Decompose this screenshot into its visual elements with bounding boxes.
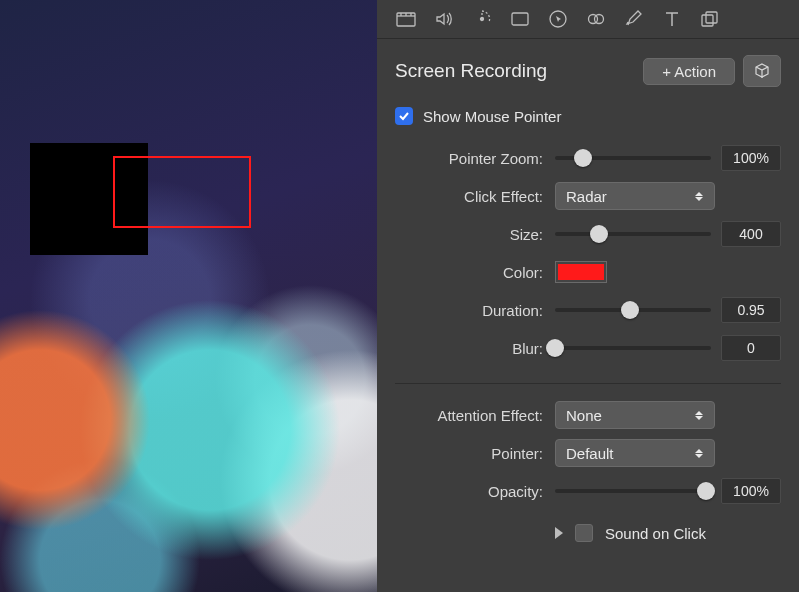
radar-icon[interactable] (471, 8, 493, 30)
link-icon[interactable] (585, 8, 607, 30)
selection-rectangle[interactable] (113, 156, 251, 228)
text-icon[interactable] (661, 8, 683, 30)
panel-title: Screen Recording (395, 60, 643, 82)
attention-effect-value: None (566, 407, 602, 424)
chevron-updown-icon (692, 192, 706, 201)
inspector-panel: Screen Recording + Action Show Mouse Poi… (377, 0, 799, 592)
color-swatch-fill (558, 264, 604, 280)
color-swatch[interactable] (555, 261, 607, 283)
size-slider[interactable] (555, 223, 711, 245)
duration-value[interactable]: 0.95 (721, 297, 781, 323)
show-mouse-pointer-checkbox[interactable] (395, 107, 413, 125)
blur-slider[interactable] (555, 337, 711, 359)
svg-point-5 (481, 18, 484, 21)
opacity-slider[interactable] (555, 480, 711, 502)
attention-effect-select[interactable]: None (555, 401, 715, 429)
cursor-icon[interactable] (547, 8, 569, 30)
svg-rect-6 (512, 13, 528, 25)
duration-label: Duration: (395, 302, 545, 319)
click-effect-value: Radar (566, 188, 607, 205)
video-icon[interactable] (395, 8, 417, 30)
duration-slider[interactable] (555, 299, 711, 321)
preview-canvas[interactable] (0, 0, 377, 592)
sound-on-click-label: Sound on Click (605, 525, 706, 542)
svg-rect-13 (706, 12, 717, 23)
disclosure-triangle-icon[interactable] (555, 527, 563, 539)
pointer-zoom-value[interactable]: 100% (721, 145, 781, 171)
pointer-zoom-slider[interactable] (555, 147, 711, 169)
pointer-label: Pointer: (395, 445, 545, 462)
opacity-label: Opacity: (395, 483, 545, 500)
blur-value[interactable]: 0 (721, 335, 781, 361)
audio-icon[interactable] (433, 8, 455, 30)
sound-on-click-checkbox[interactable] (575, 524, 593, 542)
copies-icon[interactable] (699, 8, 721, 30)
attention-effect-label: Attention Effect: (395, 407, 545, 424)
pencil-icon[interactable] (623, 8, 645, 30)
add-action-button[interactable]: + Action (643, 58, 735, 85)
divider (395, 383, 781, 384)
inspector-toolbar (377, 0, 799, 39)
svg-rect-12 (702, 15, 713, 26)
color-label: Color: (395, 264, 545, 281)
click-effect-label: Click Effect: (395, 188, 545, 205)
chevron-updown-icon (692, 449, 706, 458)
blur-label: Blur: (395, 340, 545, 357)
opacity-value[interactable]: 100% (721, 478, 781, 504)
cube-button[interactable] (743, 55, 781, 87)
size-label: Size: (395, 226, 545, 243)
pointer-value: Default (566, 445, 614, 462)
size-value[interactable]: 400 (721, 221, 781, 247)
pointer-select[interactable]: Default (555, 439, 715, 467)
click-effect-select[interactable]: Radar (555, 182, 715, 210)
chevron-updown-icon (692, 411, 706, 420)
show-mouse-pointer-label: Show Mouse Pointer (423, 108, 561, 125)
crop-icon[interactable] (509, 8, 531, 30)
pointer-zoom-label: Pointer Zoom: (395, 150, 545, 167)
svg-point-9 (595, 15, 604, 24)
